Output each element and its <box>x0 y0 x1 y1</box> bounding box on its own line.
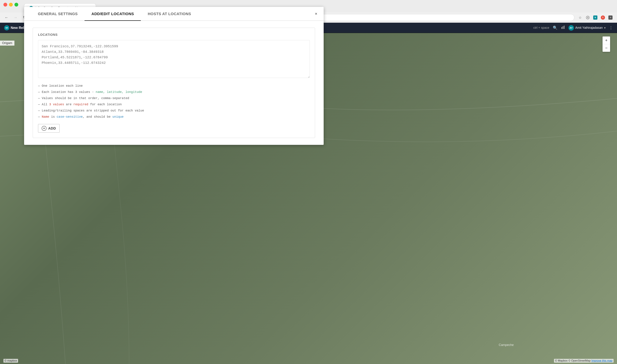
help-line-1: — One location each line <box>38 83 310 89</box>
zoom-out-button[interactable]: − <box>603 44 610 52</box>
address-actions: ☆ ⚙ N R ⚙ <box>577 14 614 21</box>
help-line-3: — Values should be in that order, comma-… <box>38 95 310 101</box>
user-menu[interactable]: AY Amit Yathirajadasan ▾ <box>568 25 606 31</box>
map-attribution: © Mapbox © OpenStreetMap Improve this ma… <box>554 359 614 363</box>
map-zoom-controls: + − <box>603 37 610 52</box>
window-controls <box>3 3 18 7</box>
help-line-5: — Leading/trailing spaces are stripped o… <box>38 107 310 114</box>
locations-label: LOCATIONS <box>38 33 310 37</box>
window-maximize-button[interactable] <box>14 3 18 7</box>
extension-icon-3[interactable]: ⚙ <box>607 14 614 21</box>
extension-icon-2[interactable]: R <box>600 14 606 21</box>
modal-close-button[interactable]: × <box>313 10 320 17</box>
svg-rect-7 <box>563 26 563 29</box>
window-close-button[interactable] <box>3 3 7 7</box>
locations-textarea[interactable] <box>38 40 310 78</box>
sidebar-label: Origam <box>0 41 14 46</box>
svg-text:⚙: ⚙ <box>587 16 589 19</box>
tab-hosts-at-locations[interactable]: HOSTS AT LOCATIONS <box>141 7 198 21</box>
nr-logo-icon: NR <box>4 25 9 30</box>
user-chevron-icon: ▾ <box>604 26 606 30</box>
search-button[interactable]: 🔍 <box>553 26 557 30</box>
help-line-2: — Each location has 3 values - name, lat… <box>38 89 310 95</box>
svg-text:NR: NR <box>5 27 8 29</box>
search-hint: ctrl + space <box>533 26 549 30</box>
nr-extension-icon[interactable]: N <box>592 14 598 21</box>
more-button[interactable]: ⋮ <box>609 26 613 30</box>
forward-button[interactable]: → <box>13 14 19 21</box>
modal-content: LOCATIONS — One location each line — Eac… <box>24 21 324 145</box>
help-line-6: — Name is case-sensitive, and should be … <box>38 114 310 120</box>
bookmark-button[interactable]: ☆ <box>577 14 583 21</box>
zoom-in-button[interactable]: + <box>603 37 610 44</box>
help-text: — One location each line — Each location… <box>38 83 310 120</box>
user-avatar: AY <box>568 25 574 31</box>
back-button[interactable]: ← <box>3 14 10 21</box>
window-minimize-button[interactable] <box>9 3 13 7</box>
improve-map-link[interactable]: Improve this map <box>591 359 613 362</box>
mapbox-logo: © mapbox <box>3 359 18 363</box>
extensions-button[interactable]: ⚙ <box>585 14 591 21</box>
svg-rect-8 <box>564 26 564 29</box>
add-circle-icon: + <box>42 126 46 131</box>
map-label-campeche: Campeche <box>499 343 514 347</box>
chart-button[interactable] <box>561 25 565 30</box>
tab-general-settings[interactable]: GENERAL SETTINGS <box>31 7 84 21</box>
modal-tabs: GENERAL SETTINGS ADD/EDIT LOCATIONS HOST… <box>24 7 324 21</box>
nr-toolbar-right: ctrl + space 🔍 AY Amit Yathirajadasan ▾ … <box>533 25 613 31</box>
user-name: Amit Yathirajadasan <box>575 26 603 30</box>
help-line-4: — All 3 values are required for each loc… <box>38 101 310 107</box>
add-location-button[interactable]: + ADD <box>38 124 60 133</box>
svg-rect-6 <box>561 27 562 29</box>
locations-section: LOCATIONS — One location each line — Eac… <box>33 28 315 138</box>
tab-add-edit-locations[interactable]: ADD/EDIT LOCATIONS <box>84 7 141 21</box>
modal-panel: × GENERAL SETTINGS ADD/EDIT LOCATIONS HO… <box>24 7 324 145</box>
